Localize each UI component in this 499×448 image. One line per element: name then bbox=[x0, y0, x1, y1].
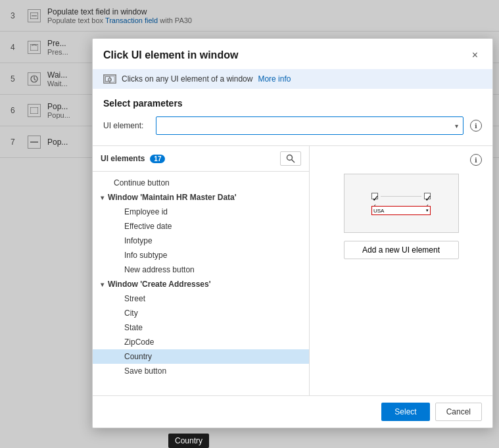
search-button[interactable] bbox=[280, 151, 301, 166]
svg-line-14 bbox=[292, 160, 295, 163]
tree-list: Continue button ▾ Window 'Maintain HR Ma… bbox=[93, 172, 309, 395]
preview-box: ✓ ✓ USA ▾ bbox=[344, 174, 459, 233]
tree-item-info-subtype[interactable]: Info subtype bbox=[93, 248, 309, 262]
ui-element-select-wrapper: ▾ bbox=[156, 116, 463, 135]
modal-close-button[interactable]: × bbox=[468, 48, 482, 62]
ui-element-info-icon[interactable]: ℹ bbox=[470, 120, 482, 132]
tree-item-infotype[interactable]: Infotype bbox=[93, 234, 309, 248]
ui-element-select[interactable] bbox=[156, 116, 463, 135]
search-icon bbox=[286, 154, 295, 163]
tree-item-city[interactable]: City bbox=[93, 306, 309, 320]
expand-icon-hr: ▾ bbox=[101, 194, 104, 201]
country-tooltip: Country bbox=[168, 434, 209, 448]
mini-dropdown-usa: USA ▾ bbox=[371, 206, 431, 215]
svg-point-10 bbox=[108, 78, 112, 81]
tree-item-continue-button[interactable]: Continue button bbox=[93, 176, 309, 190]
tree-item-save-button[interactable]: Save button bbox=[93, 364, 309, 378]
right-panel: ℹ ✓ ✓ USA ▾ bbox=[310, 146, 492, 395]
ui-element-label: UI element: bbox=[103, 121, 149, 130]
add-ui-element-button[interactable]: Add a new UI element bbox=[344, 241, 459, 259]
modal-title: Click UI element in window bbox=[103, 49, 238, 61]
modal-dialog: Click UI element in window × Clicks on a… bbox=[92, 38, 493, 428]
select-params-section: Select parameters UI element: ▾ ℹ bbox=[93, 89, 492, 140]
ui-element-field-row: UI element: ▾ ℹ bbox=[103, 116, 482, 135]
left-panel: UI elements 17 Continue button ▾ Win bbox=[93, 146, 310, 395]
tree-item-zipcode[interactable]: ZipCode bbox=[93, 335, 309, 349]
mini-dropdown-arrow: ▾ bbox=[426, 208, 429, 213]
svg-rect-9 bbox=[105, 76, 114, 82]
tree-item-street[interactable]: Street bbox=[93, 291, 309, 306]
expand-icon-create: ▾ bbox=[101, 281, 104, 288]
mini-form-preview: ✓ ✓ USA ▾ bbox=[368, 190, 435, 216]
tree-item-state[interactable]: State bbox=[93, 320, 309, 335]
tree-item-window-hr[interactable]: ▾ Window 'Maintain HR Master Data' bbox=[93, 190, 309, 205]
tree-item-window-create-addresses[interactable]: ▾ Window 'Create Addresses' bbox=[93, 277, 309, 291]
tree-item-employee-id[interactable]: Employee id bbox=[93, 205, 309, 219]
left-panel-header: UI elements 17 bbox=[93, 146, 309, 172]
select-button[interactable]: Select bbox=[381, 403, 429, 421]
mini-checkbox-2: ✓ bbox=[424, 193, 431, 199]
mini-checkbox-1: ✓ bbox=[371, 193, 378, 199]
cancel-button[interactable]: Cancel bbox=[435, 403, 482, 421]
select-params-title: Select parameters bbox=[103, 98, 482, 109]
info-text: Clicks on any UI element of a window bbox=[122, 74, 252, 84]
tree-item-country[interactable]: Country bbox=[93, 349, 309, 364]
tree-item-effective-date[interactable]: Effective date bbox=[93, 219, 309, 234]
preview-info-icon[interactable]: ℹ bbox=[470, 154, 482, 166]
modal-footer: Select Cancel bbox=[93, 395, 492, 428]
window-click-icon bbox=[103, 74, 116, 84]
ui-elements-badge: 17 bbox=[150, 155, 165, 163]
info-bar: Clicks on any UI element of a window Mor… bbox=[93, 69, 492, 89]
mini-dropdown-row: USA ▾ bbox=[368, 205, 435, 216]
tree-item-new-address-button[interactable]: New address button bbox=[93, 262, 309, 277]
more-info-link[interactable]: More info bbox=[258, 74, 291, 84]
svg-point-13 bbox=[287, 155, 293, 161]
mini-checkbox-row: ✓ ✓ bbox=[368, 190, 435, 202]
bottom-panel: UI elements 17 Continue button ▾ Win bbox=[93, 145, 492, 395]
ui-elements-label: UI elements bbox=[101, 154, 145, 163]
modal-header: Click UI element in window × bbox=[93, 39, 492, 69]
